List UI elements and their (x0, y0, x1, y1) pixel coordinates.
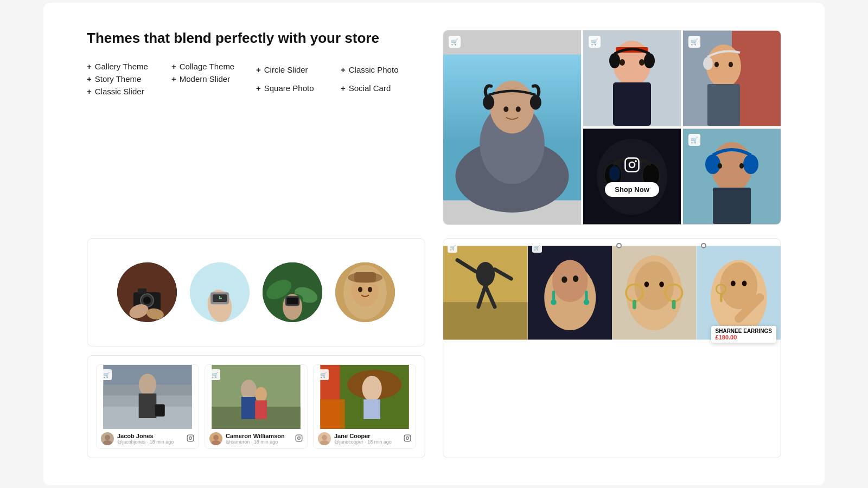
svg-point-7 (516, 106, 521, 112)
product-cell-4: SHARNEE EARRINGS £180.00 (697, 239, 781, 347)
svg-point-4 (483, 95, 494, 110)
svg-point-77 (189, 436, 192, 439)
svg-rect-29 (626, 158, 639, 171)
svg-point-127 (644, 281, 649, 287)
product-tag-price: £180.00 (716, 334, 772, 341)
svg-point-3 (490, 81, 534, 133)
gallery-cell-br2: 🛒 (683, 129, 781, 224)
svg-point-128 (659, 281, 664, 287)
shop-now-button[interactable]: Shop Now (605, 182, 659, 197)
svg-point-22 (729, 62, 733, 67)
svg-point-78 (192, 436, 193, 436)
svg-point-136 (742, 281, 746, 286)
social-card-2-image: 🛒 (205, 365, 307, 429)
avatar-2 (209, 432, 222, 445)
svg-point-30 (629, 162, 635, 168)
cart-badge-br2b: 🛒 (532, 243, 542, 253)
svg-point-87 (213, 435, 219, 440)
product-grid: 🛒 🛒 (443, 239, 781, 347)
main-title: Themes that blend perfectly with your st… (87, 30, 425, 47)
gallery-cell-top-right-2: 🛒 (683, 30, 781, 126)
svg-rect-114 (552, 291, 554, 301)
svg-rect-94 (320, 400, 344, 429)
social-card-1-image: 🛒 (97, 365, 199, 429)
svg-rect-63 (354, 272, 376, 282)
theme-list-col2: Circle Slider Classic Photo Square Photo… (256, 62, 425, 96)
cart-badge-tr2: 🛒 (688, 36, 700, 48)
social-card-3: 🛒 (313, 364, 416, 449)
svg-rect-20 (707, 84, 740, 126)
theme-list-col1: Gallery Theme Collage Theme Story Theme … (87, 62, 256, 96)
product-cell-3 (612, 239, 697, 347)
product-tag: SHARNEE EARRINGS £180.00 (711, 326, 776, 343)
circle-item-2 (190, 262, 250, 322)
social-card-1: 🛒 (96, 364, 199, 449)
svg-point-102 (406, 436, 409, 439)
theme-features-panel: Themes that blend perfectly with your st… (87, 30, 425, 225)
user-name-3: Jane Cooper (334, 433, 400, 439)
svg-rect-126 (672, 300, 676, 309)
svg-point-31 (635, 160, 637, 162)
svg-point-37 (718, 163, 722, 169)
circle-item-1 (117, 262, 177, 322)
dot-marker-2 (701, 243, 706, 248)
svg-point-91 (301, 436, 301, 436)
circle-slider-panel (87, 238, 425, 346)
social-cards-panel: 🛒 (87, 355, 425, 458)
svg-rect-101 (404, 435, 411, 441)
social-card-1-footer: Jacob Jones @jacobjones · 18 min ago (97, 429, 199, 448)
social-card-3-footer: Jane Cooper @janecooper · 18 min ago (314, 429, 416, 448)
svg-rect-83 (241, 397, 256, 419)
svg-point-16 (644, 53, 655, 68)
cart-badge-sc3: 🛒 (318, 369, 329, 380)
svg-point-13 (620, 59, 625, 66)
theme-item-modern-slider: Modern Slider (171, 74, 256, 84)
instagram-icon-1 (187, 434, 194, 444)
svg-rect-105 (443, 302, 528, 339)
gallery-main-cell: 🛒 (443, 30, 581, 224)
gallery-cell-br1: Shop Now (583, 129, 681, 224)
svg-rect-76 (187, 435, 194, 441)
bottom-section: 🛒 (87, 238, 781, 458)
user-info-3: Jane Cooper @janecooper · 18 min ago (334, 433, 400, 445)
theme-item-square-photo: Square Photo (256, 81, 341, 97)
svg-point-119 (572, 275, 578, 282)
svg-point-90 (298, 436, 301, 439)
cart-badge-sc2: 🛒 (209, 369, 220, 380)
svg-rect-89 (296, 435, 302, 441)
svg-point-82 (241, 380, 257, 399)
svg-rect-133 (720, 293, 722, 302)
page-wrapper: Themes that blend perfectly with your st… (43, 3, 825, 485)
cart-badge-main: 🛒 (449, 36, 461, 48)
svg-point-103 (409, 436, 410, 436)
gallery-preview: 🛒 (443, 30, 781, 225)
svg-point-42 (143, 297, 151, 304)
cart-badge-br2: 🛒 (688, 134, 700, 146)
svg-point-70 (139, 374, 157, 395)
theme-item-gallery: Gallery Theme (87, 62, 171, 71)
product-gallery-panel: 🛒 🛒 (443, 238, 781, 458)
svg-point-6 (503, 106, 508, 112)
avatar-1 (101, 432, 114, 445)
top-section: Themes that blend perfectly with your st… (87, 30, 781, 225)
shop-now-overlay: Shop Now (583, 129, 681, 224)
svg-point-64 (358, 287, 362, 292)
product-tag-name: SHARNEE EARRINGS (716, 328, 772, 334)
svg-point-5 (530, 95, 541, 110)
social-card-2-footer: Cameron Williamson @cameron · 18 min ago (205, 429, 307, 448)
user-handle-1: @jacobjones · 18 min ago (117, 439, 183, 445)
instagram-icon-2 (295, 434, 303, 444)
svg-point-14 (639, 59, 644, 66)
svg-point-84 (255, 387, 267, 402)
svg-point-115 (551, 299, 556, 305)
svg-point-21 (714, 62, 719, 67)
svg-rect-34 (713, 188, 751, 224)
theme-item-collage: Collage Theme (171, 62, 256, 71)
social-card-2: 🛒 (205, 364, 308, 449)
circle-item-4 (335, 262, 395, 322)
social-card-3-image: 🛒 (314, 365, 416, 429)
svg-rect-85 (255, 400, 267, 419)
svg-point-99 (322, 435, 327, 440)
product-cell-1: 🛒 (443, 239, 528, 347)
svg-point-36 (743, 155, 758, 174)
